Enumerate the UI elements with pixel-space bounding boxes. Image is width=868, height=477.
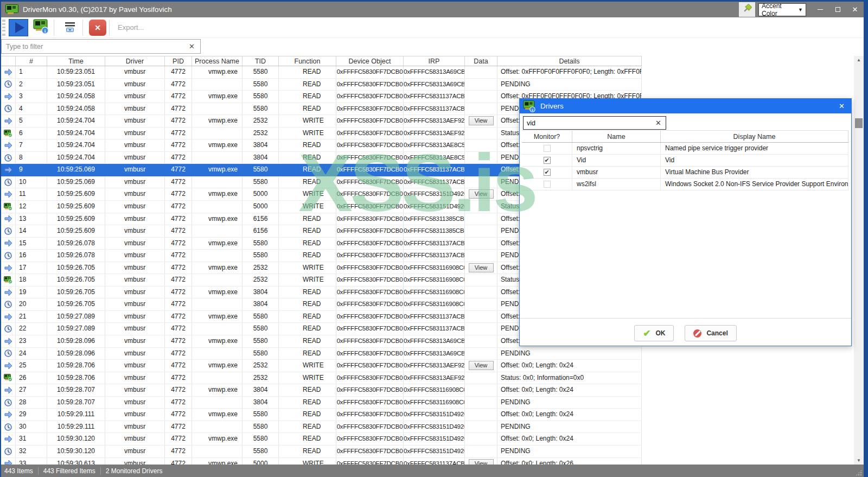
cell-function: READ bbox=[279, 348, 336, 360]
cell-icon bbox=[1, 176, 16, 188]
column-header-details[interactable]: Details bbox=[497, 56, 642, 66]
cell-icon bbox=[1, 213, 16, 225]
start-monitoring-button[interactable] bbox=[9, 19, 28, 36]
column-header-device-object[interactable]: Device Object bbox=[336, 56, 404, 66]
maximize-button[interactable] bbox=[829, 2, 846, 17]
column-header-process-name[interactable]: Process Name bbox=[192, 56, 242, 66]
dialog-driver-row[interactable]: ✔vmbusrVirtual Machine Bus Provider bbox=[522, 167, 848, 179]
cell-time: 10:59:25.609 bbox=[47, 213, 105, 225]
table-row[interactable]: 2910:59:29.111vmbusr4772vmwp.exe5580READ… bbox=[1, 409, 642, 421]
cell-function: WRITE bbox=[279, 115, 336, 127]
cell-tid: 5580 bbox=[242, 250, 279, 262]
cell-data bbox=[465, 372, 497, 384]
cell-tid: 5580 bbox=[242, 79, 279, 91]
table-row[interactable]: 3110:59:30.120vmbusr4772vmwp.exe5580READ… bbox=[1, 433, 642, 446]
cell-driver: vmbusr bbox=[105, 335, 165, 347]
monitor-checkbox[interactable] bbox=[544, 145, 551, 152]
column-header-driver[interactable]: Driver bbox=[105, 56, 165, 66]
table-row[interactable]: 3010:59:29.111vmbusr47725580READ0xFFFFC5… bbox=[1, 421, 642, 434]
cell-driver: vmbusr bbox=[105, 201, 165, 213]
cell-tid: 3804 bbox=[242, 384, 279, 396]
cell-driver: vmbusr bbox=[105, 446, 165, 457]
cell-pid: 4772 bbox=[165, 250, 192, 262]
column-header-data[interactable]: Data bbox=[465, 56, 497, 66]
view-data-button[interactable]: View bbox=[469, 263, 494, 272]
table-row[interactable]: 2810:59:28.707vmbusr47723804READ0xFFFFC5… bbox=[1, 397, 642, 409]
cancel-button[interactable]: Cancel bbox=[685, 325, 736, 341]
status-item: 2 Monitored Drivers bbox=[106, 467, 163, 475]
dialog-driver-row[interactable]: npsvctrigNamed pipe service trigger prov… bbox=[522, 143, 848, 155]
table-row[interactable]: 3310:59:30.613vmbusr4772vmwp.exe5000WRIT… bbox=[1, 458, 642, 465]
column-header-tid[interactable]: TID bbox=[242, 56, 279, 66]
view-data-button[interactable]: View bbox=[469, 189, 494, 199]
monitor-checkbox[interactable]: ✔ bbox=[544, 169, 551, 176]
accent-color-dropdown[interactable]: Accent Color ▼ bbox=[758, 3, 806, 16]
dialog-filter-box: ✕ bbox=[523, 116, 666, 130]
cell-irp: 0xFFFFC5831137ACB0 bbox=[404, 91, 465, 103]
dialog-column-header-name[interactable]: Name bbox=[572, 131, 661, 142]
cell-tid: 2532 bbox=[242, 262, 279, 274]
scroll-down-icon[interactable]: ▼ bbox=[854, 456, 864, 465]
autoscroll-button[interactable] bbox=[60, 19, 80, 36]
toolbar-grip[interactable] bbox=[2, 20, 5, 36]
request-arrow-icon bbox=[4, 68, 12, 76]
cell-name: vmbusr bbox=[572, 167, 661, 178]
export-button[interactable]: Export... bbox=[118, 23, 144, 31]
close-button[interactable]: ✕ bbox=[846, 2, 864, 17]
cell-device_object: 0xFFFFC5830FF7DCB0 bbox=[336, 348, 404, 360]
cell-function: READ bbox=[279, 225, 336, 237]
table-row[interactable]: 2510:59:28.706vmbusr4772vmwp.exe2532WRIT… bbox=[1, 360, 642, 372]
cell-device_object: 0xFFFFC5830FF7DCB0 bbox=[336, 164, 404, 176]
cell-time: 10:59:28.707 bbox=[47, 384, 105, 396]
cell-process bbox=[192, 372, 242, 384]
filter-input[interactable] bbox=[2, 40, 183, 53]
view-data-button[interactable]: View bbox=[469, 361, 494, 370]
dialog-filter-input[interactable] bbox=[524, 117, 651, 129]
column-header-icon[interactable] bbox=[1, 56, 16, 66]
cell-n: 10 bbox=[16, 176, 47, 188]
dialog-close-icon[interactable]: ✕ bbox=[832, 102, 851, 110]
column-header--[interactable]: # bbox=[16, 56, 47, 66]
table-row[interactable]: 210:59:23.051vmbusr47725580READ0xFFFFC58… bbox=[1, 79, 642, 91]
cell-name: Vid bbox=[572, 155, 661, 166]
cell-function: READ bbox=[279, 213, 336, 225]
scrollbar-thumb[interactable] bbox=[855, 118, 863, 128]
cell-process: vmwp.exe bbox=[192, 335, 242, 347]
column-header-function[interactable]: Function bbox=[279, 56, 336, 66]
view-data-button[interactable]: View bbox=[469, 116, 494, 125]
scroll-up-icon[interactable]: ▲ bbox=[854, 56, 864, 64]
minimize-button[interactable] bbox=[812, 2, 829, 17]
cell-irp: 0xFFFFC5831137ACB0 bbox=[404, 323, 465, 335]
dialog-column-header-monitor-[interactable]: Monitor? bbox=[522, 131, 572, 142]
monitor-checkbox[interactable]: ✔ bbox=[544, 157, 551, 164]
dialog-column-header-display-name[interactable]: Display Name bbox=[661, 131, 848, 142]
filter-clear-icon[interactable]: ✕ bbox=[183, 42, 200, 50]
ok-button[interactable]: ✔ OK bbox=[634, 325, 674, 341]
table-row[interactable]: 110:59:23.051vmbusr4772vmwp.exe5580READ0… bbox=[1, 66, 642, 79]
table-row[interactable]: 2610:59:28.706vmbusr47722532WRITE0xFFFFC… bbox=[1, 372, 642, 385]
cell-function: WRITE bbox=[279, 274, 336, 286]
column-header-time[interactable]: Time bbox=[47, 56, 105, 66]
dialog-driver-row[interactable]: ✔VidVid bbox=[522, 155, 848, 167]
pin-button[interactable] bbox=[739, 2, 755, 17]
column-header-pid[interactable]: PID bbox=[165, 56, 192, 66]
select-drivers-button[interactable]: i bbox=[31, 19, 51, 36]
cell-data: View bbox=[465, 458, 497, 465]
table-row[interactable]: 2410:59:28.096vmbusr47725580READ0xFFFFC5… bbox=[1, 348, 642, 360]
cell-pid: 4772 bbox=[165, 409, 192, 421]
column-header-irp[interactable]: IRP bbox=[404, 56, 465, 66]
table-row[interactable]: 3210:59:30.120vmbusr47725580READ0xFFFFC5… bbox=[1, 446, 642, 458]
cell-time: 10:59:28.707 bbox=[47, 397, 105, 409]
cell-tid: 5580 bbox=[242, 238, 279, 250]
completed-driver-icon bbox=[4, 130, 12, 137]
monitor-checkbox[interactable] bbox=[544, 181, 551, 188]
cell-time: 10:59:24.704 bbox=[47, 128, 105, 139]
vertical-scrollbar[interactable]: ▲ ▼ bbox=[854, 56, 864, 465]
dialog-driver-row[interactable]: ws2ifslWindows Socket 2.0 Non-IFS Servic… bbox=[522, 179, 848, 190]
dialog-filter-clear-icon[interactable]: ✕ bbox=[651, 119, 666, 127]
view-data-button[interactable]: View bbox=[469, 459, 494, 465]
pending-clock-icon bbox=[4, 399, 12, 406]
clear-button[interactable]: ✕ bbox=[89, 20, 106, 36]
table-row[interactable]: 2710:59:28.707vmbusr4772vmwp.exe3804READ… bbox=[1, 384, 642, 397]
cell-n: 5 bbox=[16, 115, 47, 127]
